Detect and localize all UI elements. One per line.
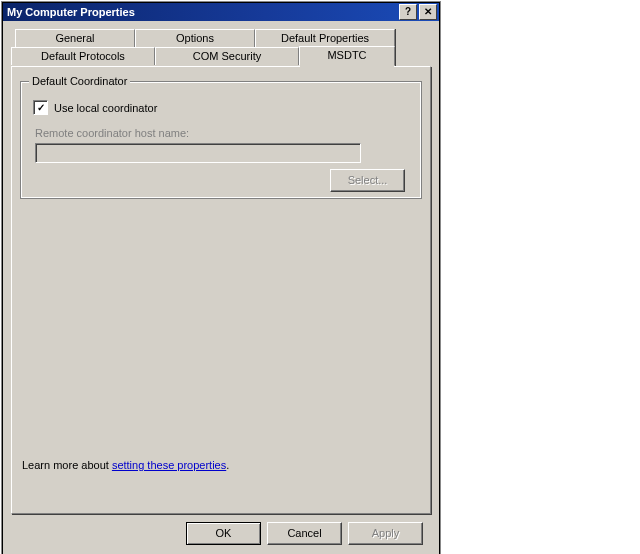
remote-host-input [35, 143, 361, 163]
tab-strip: General Options Default Properties Defau… [11, 29, 431, 67]
learn-more-suffix: . [226, 459, 229, 471]
titlebar-controls: ? ✕ [399, 4, 437, 20]
close-button[interactable]: ✕ [419, 4, 437, 20]
window-title: My Computer Properties [7, 6, 399, 18]
help-button[interactable]: ? [399, 4, 417, 20]
tab-panel-msdtc: Default Coordinator Use local coordinato… [11, 66, 431, 514]
properties-dialog: My Computer Properties ? ✕ General Optio… [2, 2, 440, 554]
group-legend: Default Coordinator [29, 75, 130, 87]
title-bar[interactable]: My Computer Properties ? ✕ [3, 3, 439, 21]
client-area: General Options Default Properties Defau… [3, 21, 439, 554]
use-local-coordinator-row[interactable]: Use local coordinator [33, 100, 411, 115]
tab-general[interactable]: General [15, 29, 135, 47]
learn-more: Learn more about setting these propertie… [22, 459, 229, 471]
tab-msdtc[interactable]: MSDTC [299, 46, 395, 66]
tab-options[interactable]: Options [135, 29, 255, 47]
tab-default-protocols[interactable]: Default Protocols [11, 47, 155, 65]
learn-more-prefix: Learn more about [22, 459, 112, 471]
remote-host-label: Remote coordinator host name: [35, 127, 411, 139]
dialog-buttons: OK Cancel Apply [11, 514, 431, 545]
tab-com-security[interactable]: COM Security [155, 47, 299, 65]
use-local-coordinator-label: Use local coordinator [54, 102, 157, 114]
apply-button: Apply [348, 522, 423, 545]
select-button: Select... [330, 169, 405, 192]
ok-button[interactable]: OK [186, 522, 261, 545]
tab-default-properties[interactable]: Default Properties [255, 29, 395, 47]
use-local-coordinator-checkbox[interactable] [33, 100, 48, 115]
learn-more-link[interactable]: setting these properties [112, 459, 226, 471]
cancel-button[interactable]: Cancel [267, 522, 342, 545]
group-default-coordinator: Default Coordinator Use local coordinato… [20, 81, 422, 199]
